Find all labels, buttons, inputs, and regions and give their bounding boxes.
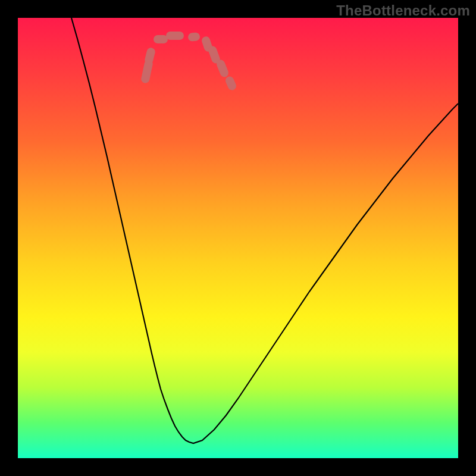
- chart-marker: [224, 75, 238, 92]
- chart-marker: [154, 35, 168, 43]
- chart-plot-area: [18, 18, 458, 458]
- watermark-text: TheBottleneck.com: [336, 2, 470, 19]
- chart-frame: TheBottleneck.com: [0, 0, 476, 476]
- chart-marker: [144, 47, 156, 65]
- chart-marker: [215, 58, 230, 78]
- chart-svg: [18, 18, 458, 458]
- chart-markers: [140, 32, 237, 92]
- chart-marker: [166, 32, 184, 40]
- bottleneck-curve: [71, 18, 458, 443]
- chart-marker: [187, 32, 200, 42]
